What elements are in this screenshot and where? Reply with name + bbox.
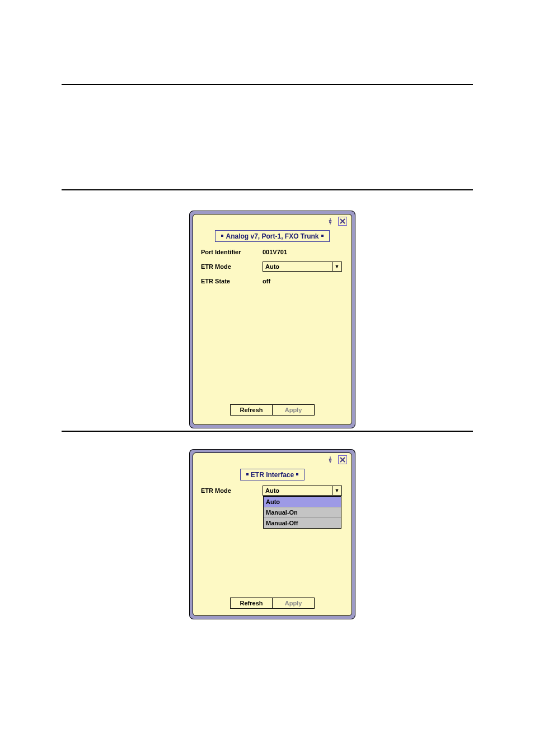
- panel-inner: Analog v7, Port-1, FXO Trunk Port Identi…: [193, 214, 352, 425]
- row-etr-state: ETR State off: [201, 274, 344, 288]
- panel-title-wrap: Analog v7, Port-1, FXO Trunk: [193, 230, 352, 242]
- panel-top-icons: [326, 455, 347, 464]
- panel-footer: Refresh Apply: [193, 598, 352, 609]
- panel-top-icons: [326, 217, 347, 226]
- horizontal-rule: [62, 189, 473, 190]
- label-etr-mode: ETR Mode: [201, 263, 263, 270]
- page: Analog v7, Port-1, FXO Trunk Port Identi…: [0, 0, 534, 756]
- value-etr-state: off: [263, 278, 270, 284]
- chevron-down-icon: ▼: [332, 486, 341, 495]
- close-icon[interactable]: [338, 455, 347, 464]
- value-port-identifier: 001V701: [263, 249, 287, 255]
- analog-port-panel: Analog v7, Port-1, FXO Trunk Port Identi…: [189, 211, 355, 428]
- panel-title: ETR Interface: [240, 469, 305, 480]
- dropdown-list[interactable]: Auto Manual-On Manual-Off: [263, 496, 341, 529]
- panel-title-text: Analog v7, Port-1, FXO Trunk: [226, 232, 318, 240]
- refresh-button[interactable]: Refresh: [230, 598, 273, 609]
- panel-body: ETR Mode Auto ▼ Auto Manual-On Manual-Of…: [201, 483, 344, 498]
- dropdown-etr-mode[interactable]: Auto ▼: [263, 262, 342, 272]
- panel-title-text: ETR Interface: [251, 471, 294, 479]
- horizontal-rule: [62, 431, 473, 432]
- row-port-identifier: Port Identifier 001V701: [201, 245, 344, 259]
- dropdown-option-auto[interactable]: Auto: [264, 497, 341, 507]
- dropdown-option-manual-on[interactable]: Manual-On: [264, 507, 341, 518]
- panel-inner: ETR Interface ETR Mode Auto ▼ Auto Manua…: [193, 452, 352, 616]
- apply-button: Apply: [272, 598, 315, 609]
- etr-interface-panel: ETR Interface ETR Mode Auto ▼ Auto Manua…: [189, 449, 355, 619]
- row-etr-mode: ETR Mode Auto ▼ Auto Manual-On Manual-Of…: [201, 483, 344, 498]
- row-etr-mode: ETR Mode Auto ▼: [201, 259, 344, 274]
- chevron-down-icon: ▼: [332, 262, 341, 271]
- dropdown-option-manual-off[interactable]: Manual-Off: [264, 518, 341, 528]
- panel-footer: Refresh Apply: [193, 404, 352, 416]
- apply-button: Apply: [272, 404, 315, 416]
- label-etr-state: ETR State: [201, 278, 263, 284]
- dropdown-etr-mode[interactable]: Auto ▼ Auto Manual-On Manual-Off: [263, 486, 342, 496]
- horizontal-rule: [62, 84, 473, 85]
- pushpin-icon[interactable]: [326, 455, 335, 464]
- label-etr-mode: ETR Mode: [201, 487, 263, 494]
- panel-body: Port Identifier 001V701 ETR Mode Auto ▼ …: [201, 245, 344, 288]
- panel-title: Analog v7, Port-1, FXO Trunk: [215, 230, 329, 242]
- pushpin-icon[interactable]: [326, 217, 335, 226]
- dropdown-etr-mode-value: Auto: [263, 487, 332, 494]
- dropdown-etr-mode-value: Auto: [263, 263, 332, 270]
- label-port-identifier: Port Identifier: [201, 249, 263, 255]
- close-icon[interactable]: [338, 217, 347, 226]
- refresh-button[interactable]: Refresh: [230, 404, 273, 416]
- panel-title-wrap: ETR Interface: [193, 469, 352, 480]
